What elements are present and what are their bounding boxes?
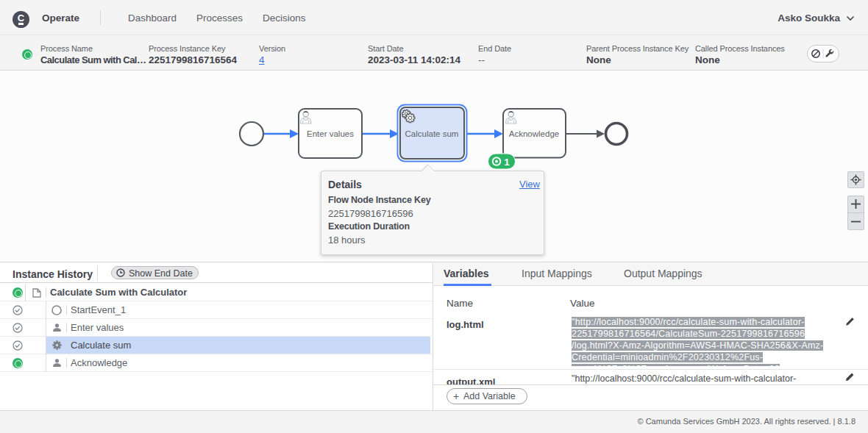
svg-text:Acknowledge: Acknowledge — [509, 129, 559, 138]
svg-text:Calculate sum: Calculate sum — [405, 129, 459, 138]
svg-text:Enter values: Enter values — [307, 129, 354, 138]
svg-text:1: 1 — [504, 157, 510, 168]
